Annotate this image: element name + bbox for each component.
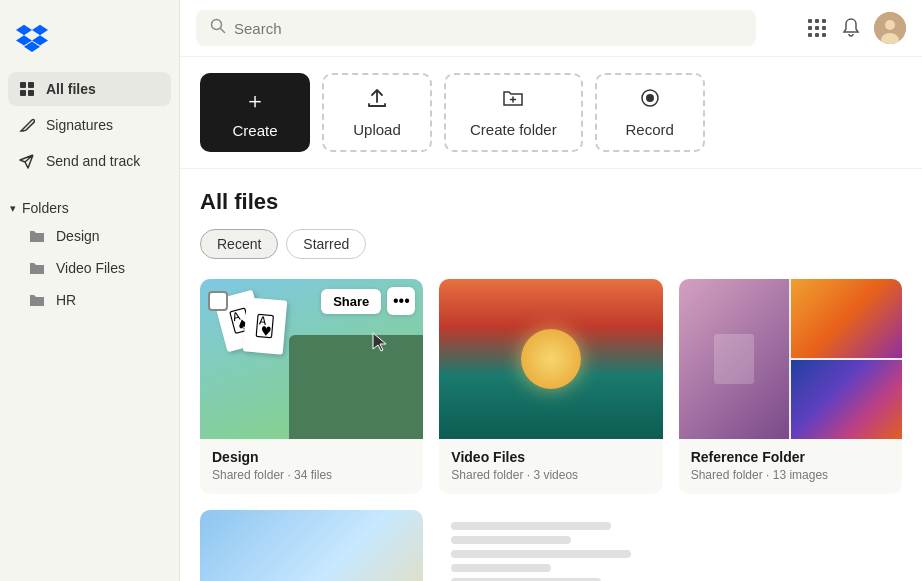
- svg-rect-0: [20, 82, 26, 88]
- folder-name: HR: [56, 292, 76, 308]
- file-card-design[interactable]: 🂡 🂱 Share •••: [200, 279, 423, 494]
- card-name: Reference Folder: [691, 449, 890, 465]
- folder-name: Design: [56, 228, 100, 244]
- card-info: Reference Folder Shared folder · 13 imag…: [679, 439, 902, 494]
- send-icon: [18, 152, 36, 170]
- ellipsis-icon: •••: [393, 292, 410, 310]
- svg-point-16: [885, 20, 895, 30]
- card-checkbox[interactable]: [208, 291, 228, 311]
- sidebar-item-all-files[interactable]: All files: [8, 72, 171, 106]
- card-info: Design Shared folder · 34 files: [200, 439, 423, 494]
- pen-icon: [18, 116, 36, 134]
- svg-rect-11: [822, 26, 826, 30]
- content-area: All files Recent Starred 🂡 🂱 Share: [180, 169, 922, 581]
- plus-icon: ＋: [244, 86, 266, 116]
- card-name: Video Files: [451, 449, 650, 465]
- search-wrapper[interactable]: [196, 10, 756, 46]
- sidebar-item-label: Signatures: [46, 117, 113, 133]
- filter-tab-recent[interactable]: Recent: [200, 229, 278, 259]
- search-icon: [210, 18, 226, 38]
- file-card-landscape[interactable]: [200, 510, 423, 581]
- sidebar-nav: All files Signatures Send and track: [0, 72, 179, 178]
- card-thumbnail: [200, 510, 423, 581]
- card-thumbnail: [439, 279, 662, 439]
- sidebar-folder-hr[interactable]: HR: [0, 284, 179, 316]
- create-button[interactable]: ＋ Create: [200, 73, 310, 152]
- avatar[interactable]: [874, 12, 906, 44]
- share-button[interactable]: Share: [321, 289, 381, 314]
- search-input[interactable]: [234, 20, 742, 37]
- sun-decoration: [521, 329, 581, 389]
- sidebar-folder-video-files[interactable]: Video Files: [0, 252, 179, 284]
- svg-rect-2: [20, 90, 26, 96]
- sidebar-item-signatures[interactable]: Signatures: [8, 108, 171, 142]
- card-thumbnail: [439, 510, 662, 581]
- file-card-video-files[interactable]: Video Files Shared folder · 3 videos: [439, 279, 662, 494]
- file-grid: 🂡 🂱 Share •••: [200, 279, 902, 581]
- svg-rect-9: [808, 26, 812, 30]
- upload-icon: [366, 87, 388, 115]
- card-info: Video Files Shared folder · 3 videos: [439, 439, 662, 494]
- logo: [0, 12, 179, 72]
- record-icon: [639, 87, 661, 115]
- svg-rect-7: [815, 19, 819, 23]
- card-thumbnail: [679, 279, 902, 439]
- card-thumbnail: 🂡 🂱 Share •••: [200, 279, 423, 439]
- svg-rect-13: [815, 33, 819, 37]
- page-title: All files: [200, 189, 902, 215]
- svg-line-5: [221, 29, 225, 33]
- svg-rect-20: [714, 334, 754, 384]
- svg-rect-14: [822, 33, 826, 37]
- card-actions: Share •••: [208, 287, 415, 315]
- filter-tab-starred[interactable]: Starred: [286, 229, 366, 259]
- upload-label: Upload: [353, 121, 401, 138]
- grid-icon: [18, 80, 36, 98]
- sidebar-folder-design[interactable]: Design: [0, 220, 179, 252]
- svg-rect-3: [28, 90, 34, 96]
- folders-section-header[interactable]: ▾ Folders: [0, 190, 179, 220]
- card-action-right: Share •••: [321, 287, 415, 315]
- card-name: Design: [212, 449, 411, 465]
- sidebar-item-label: All files: [46, 81, 96, 97]
- chevron-down-icon: ▾: [10, 202, 16, 215]
- sidebar: All files Signatures Send and track ▾ Fo…: [0, 0, 180, 581]
- file-card-document[interactable]: [439, 510, 662, 581]
- search-bar: [180, 0, 922, 57]
- record-label: Record: [626, 121, 674, 138]
- card-meta: Shared folder · 13 images: [691, 468, 890, 482]
- create-label: Create: [232, 122, 277, 139]
- card-meta: Shared folder · 3 videos: [451, 468, 650, 482]
- search-right: [806, 12, 906, 44]
- svg-rect-12: [808, 33, 812, 37]
- record-button[interactable]: Record: [595, 73, 705, 152]
- ref-image-3: [791, 360, 902, 439]
- grid-view-button[interactable]: [806, 17, 828, 39]
- create-folder-label: Create folder: [470, 121, 557, 138]
- action-buttons-bar: ＋ Create Upload Create folder Record: [180, 57, 922, 169]
- ref-image-2: [791, 279, 902, 358]
- folders-label: Folders: [22, 200, 69, 216]
- svg-rect-1: [28, 82, 34, 88]
- svg-rect-8: [822, 19, 826, 23]
- card-meta: Shared folder · 34 files: [212, 468, 411, 482]
- notifications-button[interactable]: [840, 17, 862, 39]
- svg-point-19: [646, 94, 654, 102]
- svg-rect-6: [808, 19, 812, 23]
- upload-button[interactable]: Upload: [322, 73, 432, 152]
- main-content: ＋ Create Upload Create folder Record All…: [180, 0, 922, 581]
- ref-image-1: [679, 279, 790, 439]
- file-card-reference-folder[interactable]: Reference Folder Shared folder · 13 imag…: [679, 279, 902, 494]
- sidebar-item-label: Send and track: [46, 153, 140, 169]
- filter-tabs: Recent Starred: [200, 229, 902, 259]
- folder-name: Video Files: [56, 260, 125, 276]
- svg-rect-10: [815, 26, 819, 30]
- sidebar-item-send-and-track[interactable]: Send and track: [8, 144, 171, 178]
- more-options-button[interactable]: •••: [387, 287, 415, 315]
- create-folder-button[interactable]: Create folder: [444, 73, 583, 152]
- create-folder-icon: [502, 87, 524, 115]
